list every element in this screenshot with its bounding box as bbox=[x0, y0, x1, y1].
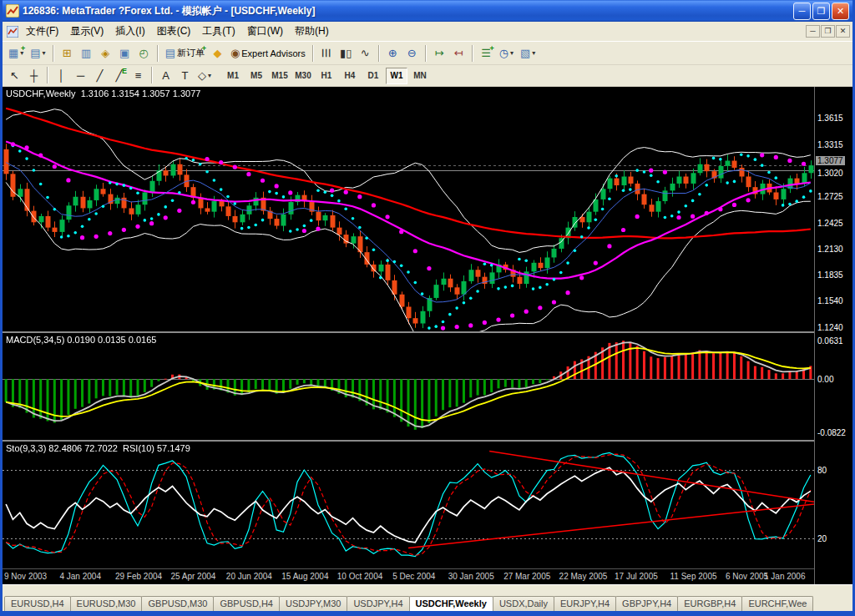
chart-tab-usdjpy-h4[interactable]: USDJPY,H4 bbox=[347, 596, 409, 611]
equidistant-channel-button[interactable]: ╱E bbox=[109, 67, 129, 85]
timeframe-h1-button[interactable]: H1 bbox=[316, 68, 337, 84]
new-chart-button[interactable]: ▦+▾ bbox=[5, 44, 27, 63]
horizontal-line-icon: ─ bbox=[77, 70, 84, 81]
close-button[interactable]: ✕ bbox=[832, 3, 849, 20]
terminal-button[interactable]: ▣ bbox=[115, 44, 134, 63]
vertical-line-button[interactable]: │ bbox=[52, 67, 71, 85]
new-order-badge-icon: + bbox=[202, 45, 206, 53]
timeframe-m1-button[interactable]: M1 bbox=[222, 68, 244, 84]
chart-tab-usdchf-weekly[interactable]: USDCHF,Weekly bbox=[409, 596, 493, 611]
toolbar-separator bbox=[425, 45, 427, 62]
zoom-in-button[interactable]: ⊕ bbox=[383, 44, 402, 63]
indicators-badge-icon: + bbox=[489, 45, 493, 53]
zoom-in-icon: ⊕ bbox=[388, 48, 397, 58]
time-axis-label: 27 Mar 2005 bbox=[503, 572, 550, 581]
strategy-tester-icon: ◴ bbox=[139, 48, 148, 58]
time-axis-label: 20 Jun 2004 bbox=[226, 572, 272, 581]
chart-tab-usdx-daily[interactable]: USDX,Daily bbox=[493, 596, 554, 611]
timeframe-d1-button[interactable]: D1 bbox=[362, 68, 384, 84]
market-watch-button[interactable]: ⊞ bbox=[58, 44, 77, 63]
chart-tab-gbpusd-h4[interactable]: GBPUSD,H4 bbox=[213, 596, 280, 611]
chart-candles-button[interactable]: ▮▯ bbox=[336, 44, 356, 63]
cursor-button[interactable]: ↖ bbox=[5, 67, 24, 85]
chart-tab-eurusd-m30[interactable]: EURUSD,M30 bbox=[70, 596, 143, 611]
menu-insert[interactable]: 插入(I) bbox=[109, 22, 150, 41]
templates-button[interactable]: ▧▾ bbox=[517, 44, 539, 63]
menu-view[interactable]: 显示(V) bbox=[64, 22, 109, 41]
profiles-button[interactable]: ▤▾ bbox=[27, 44, 48, 63]
menu-help[interactable]: 帮助(H) bbox=[289, 22, 335, 41]
navigator-button[interactable]: ◈ bbox=[96, 44, 115, 63]
zoom-out-button[interactable]: ⊖ bbox=[402, 44, 422, 63]
expert-advisors-button[interactable]: ◉Expert Advisors bbox=[227, 44, 309, 63]
chart-tab-gbpjpy-h4[interactable]: GBPJPY,H4 bbox=[615, 596, 678, 611]
market-watch-icon: ⊞ bbox=[63, 48, 72, 58]
chart-shift-button[interactable]: ↤ bbox=[449, 44, 468, 63]
menu-tools[interactable]: 工具(T) bbox=[196, 22, 240, 41]
window-title: 126836: MetaTrader ?Forex Ltd. - 模拟帐户 - … bbox=[23, 4, 790, 18]
menu-charts[interactable]: 图表(C) bbox=[151, 22, 197, 41]
axis-label: 1.2425 bbox=[817, 219, 843, 228]
text-tool-button[interactable]: A bbox=[156, 67, 175, 85]
app-icon bbox=[6, 4, 19, 18]
timeframe-mn-button[interactable]: MN bbox=[409, 68, 431, 84]
child-restore-button[interactable]: ❐ bbox=[821, 25, 835, 38]
periods-button[interactable]: ◷▾ bbox=[496, 44, 517, 63]
minimize-button[interactable]: ─ bbox=[793, 3, 811, 20]
toolbar-separator bbox=[151, 67, 153, 83]
timeframe-m30-button[interactable]: M30 bbox=[292, 68, 314, 84]
templates-dropdown-icon[interactable]: ▾ bbox=[532, 49, 535, 57]
trendline-button[interactable]: ╱ bbox=[90, 67, 109, 85]
chart-panels: USDCHF,Weekly 1.3106 1.3154 1.3057 1.307… bbox=[3, 87, 814, 584]
axis-label: 0.0631 bbox=[817, 336, 843, 346]
chart-bars-button[interactable]: ☰ bbox=[317, 44, 336, 63]
time-axis-label: 29 Feb 2004 bbox=[115, 572, 162, 581]
chart-tab-gbpusd-m30[interactable]: GBPUSD,M30 bbox=[141, 596, 214, 611]
chart-bars-icon: ☰ bbox=[321, 48, 332, 58]
timeframe-m5-button[interactable]: M5 bbox=[245, 68, 267, 84]
stochastic-panel: Sto(9,3,3) 82.4806 72.7022 RSI(10) 57.14… bbox=[3, 442, 814, 568]
new-order-icon: ▤ bbox=[165, 48, 175, 58]
timeframe-h4-button[interactable]: H4 bbox=[339, 68, 361, 84]
auto-scroll-button[interactable]: ↦ bbox=[430, 44, 449, 63]
new-chart-icon: ▦ bbox=[8, 48, 18, 58]
text-label-button[interactable]: T bbox=[175, 67, 195, 85]
chart-tab-eurchf-wee[interactable]: EURCHF,Wee bbox=[741, 596, 813, 611]
toolbar-line-studies: ↖┼│─╱╱E≡AT◇▾ M1M5M15M30H1H4D1W1MN bbox=[3, 65, 852, 87]
arrows-tool-button[interactable]: ◇▾ bbox=[195, 67, 215, 85]
chart-line-button[interactable]: ∿ bbox=[356, 44, 375, 63]
menu-file[interactable]: 文件(F) bbox=[20, 22, 64, 41]
data-window-icon: ▥ bbox=[81, 48, 91, 58]
child-minimize-button[interactable]: ─ bbox=[806, 25, 820, 38]
timeframe-m15-button[interactable]: M15 bbox=[269, 68, 291, 84]
chart-tab-eurgbp-h4[interactable]: EURGBP,H4 bbox=[677, 596, 742, 611]
stochastic-canvas[interactable] bbox=[3, 442, 814, 568]
data-window-button[interactable]: ▥ bbox=[77, 44, 96, 63]
fibonacci-button[interactable]: ≡ bbox=[129, 67, 148, 85]
profiles-dropdown-icon[interactable]: ▾ bbox=[43, 49, 46, 57]
menu-window[interactable]: 窗口(W) bbox=[241, 22, 289, 41]
time-axis[interactable]: 9 Nov 20034 Jan 200429 Feb 200425 Apr 20… bbox=[3, 568, 814, 584]
expert-advisors-label: Expert Advisors bbox=[241, 48, 305, 58]
child-close-button[interactable]: ✕ bbox=[836, 25, 850, 38]
chart-tab-eurusd-h4[interactable]: EURUSD,H4 bbox=[4, 596, 71, 611]
new-order-button[interactable]: ▤+新订单 bbox=[162, 44, 208, 63]
periods-dropdown-icon[interactable]: ▾ bbox=[510, 49, 514, 57]
macd-canvas[interactable] bbox=[3, 333, 814, 440]
price-axis[interactable]: 1.36151.33151.30201.27251.24251.21301.18… bbox=[814, 87, 852, 584]
timeframe-w1-button[interactable]: W1 bbox=[386, 68, 407, 84]
restore-button[interactable]: ❐ bbox=[812, 3, 830, 20]
metatrader-window: 126836: MetaTrader ?Forex Ltd. - 模拟帐户 - … bbox=[0, 0, 855, 616]
arrows-tool-dropdown-icon[interactable]: ▾ bbox=[208, 72, 211, 79]
price-chart-canvas[interactable] bbox=[3, 87, 814, 331]
time-axis-label: 17 Jul 2005 bbox=[615, 572, 658, 581]
horizontal-line-button[interactable]: ─ bbox=[71, 67, 90, 85]
metaeditor-button[interactable]: ◆ bbox=[208, 44, 227, 63]
strategy-tester-button[interactable]: ◴ bbox=[134, 44, 154, 63]
templates-icon: ▧ bbox=[520, 48, 530, 58]
chart-tab-eurjpy-h4[interactable]: EURJPY,H4 bbox=[554, 596, 616, 611]
menu-bar: 文件(F)显示(V)插入(I)图表(C)工具(T)窗口(W)帮助(H) ─ ❐ … bbox=[3, 22, 852, 42]
indicators-button[interactable]: ☰+ bbox=[477, 44, 496, 63]
crosshair-button[interactable]: ┼ bbox=[24, 67, 43, 85]
chart-tab-usdjpy-m30[interactable]: USDJPY,M30 bbox=[279, 596, 347, 611]
